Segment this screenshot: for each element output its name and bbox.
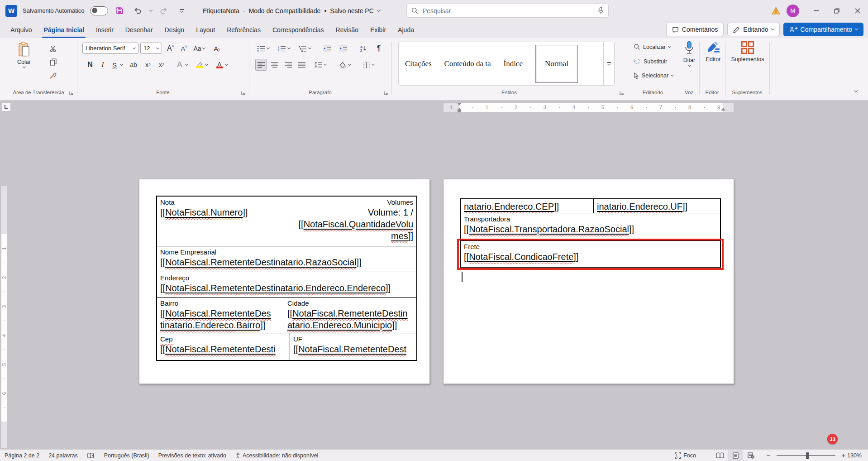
font-size-select[interactable]: 12 xyxy=(140,43,162,54)
cell-nota[interactable]: Nota [[NotaFiscal.Numero]] xyxy=(157,197,284,246)
italic-button[interactable]: I xyxy=(97,59,109,71)
cell-nome-empresarial[interactable]: Nome Empresarial [[NotaFiscal.RemetenteD… xyxy=(157,246,416,272)
search-input[interactable] xyxy=(423,7,593,14)
shrink-font-button[interactable]: A˅ xyxy=(178,43,190,54)
web-layout-button[interactable] xyxy=(743,450,758,461)
cell-cep-continuation[interactable]: natario.Endereco.CEP]] xyxy=(461,199,594,213)
shading-dropdown-icon[interactable] xyxy=(348,62,351,66)
left-indent-marker[interactable] xyxy=(458,110,461,112)
find-button[interactable]: Localizar xyxy=(634,43,671,50)
tab-stop-selector[interactable] xyxy=(2,102,11,111)
align-center-button[interactable] xyxy=(269,59,281,71)
style-indice[interactable]: Índice xyxy=(497,45,529,83)
read-mode-button[interactable] xyxy=(712,450,728,461)
quick-access-overflow-icon[interactable] xyxy=(176,5,188,17)
tab-design[interactable]: Design xyxy=(159,21,191,38)
style-normal[interactable]: Normal xyxy=(535,45,578,83)
grow-font-button[interactable]: A˄ xyxy=(165,43,176,54)
undo-dropdown-icon[interactable] xyxy=(149,8,153,11)
cell-uf-continuation[interactable]: inatario.Endereco.UF]] xyxy=(594,199,720,213)
cut-button[interactable] xyxy=(47,43,59,54)
focus-mode-button[interactable]: Foco xyxy=(670,450,701,461)
document-page-2[interactable]: natario.Endereco.CEP]] inatario.Endereco… xyxy=(443,179,734,384)
zoom-level[interactable]: 130% xyxy=(847,452,868,459)
style-conteudo-da-tabela[interactable]: Conteúdo da ta xyxy=(438,45,497,83)
paragraph-dialog-launcher-icon[interactable] xyxy=(383,91,389,96)
underline-button[interactable]: S xyxy=(109,59,120,71)
align-left-button[interactable] xyxy=(255,59,267,71)
editing-mode-button[interactable]: Editando xyxy=(727,23,779,36)
bold-button[interactable]: N xyxy=(84,59,96,71)
cell-cep[interactable]: Cep [[NotaFiscal.RemetenteDesti xyxy=(157,333,290,360)
paste-button[interactable]: Colar xyxy=(17,42,31,68)
tab-revisao[interactable]: Revisão xyxy=(330,21,365,38)
document-title-area[interactable]: EtiquetaNota - Modo de Compatibilidade •… xyxy=(203,0,380,21)
cell-bairro[interactable]: Bairro [[NotaFiscal.RemetenteDes tinatar… xyxy=(157,298,284,333)
styles-gallery-more-button[interactable] xyxy=(603,42,614,85)
tab-exibir[interactable]: Exibir xyxy=(364,21,392,38)
cell-cidade[interactable]: Cidade [[NotaFiscal.RemetenteDestin atar… xyxy=(284,298,416,333)
font-dialog-launcher-icon[interactable] xyxy=(241,91,246,96)
cell-volumes[interactable]: Volumes Volume: 1 / [[NotaFiscal.Quantid… xyxy=(284,197,416,246)
underline-dropdown-icon[interactable] xyxy=(120,62,123,66)
print-layout-button[interactable] xyxy=(728,450,743,461)
editor-button[interactable]: Editor xyxy=(701,41,725,62)
superscript-button[interactable]: x2 xyxy=(156,59,167,71)
horizontal-ruler[interactable]: 1 1 2 3 4 5 6 7 8 9 xyxy=(443,102,734,113)
font-color-button[interactable]: A xyxy=(214,59,225,71)
borders-dropdown-icon[interactable] xyxy=(372,62,375,66)
proofing-errors-icon[interactable] xyxy=(82,450,100,461)
highlight-color-button[interactable] xyxy=(194,59,205,71)
minimize-button[interactable] xyxy=(806,0,826,21)
cell-transportadora[interactable]: Transportadora [[NotaFiscal.Transportado… xyxy=(461,213,720,240)
cell-endereco[interactable]: Endereço [[NotaFiscal.RemetenteDestinata… xyxy=(157,272,416,297)
first-line-indent-marker[interactable] xyxy=(457,103,462,106)
font-color-dropdown-icon[interactable] xyxy=(225,62,228,66)
tab-inserir[interactable]: Inserir xyxy=(90,21,119,38)
zoom-out-button[interactable]: − xyxy=(765,451,772,459)
font-name-select[interactable]: Liberation Serif xyxy=(82,43,138,54)
cell-frete[interactable]: Frete [[NotaFiscal.CondicaoFrete]] xyxy=(461,241,720,267)
sort-button[interactable]: AZ xyxy=(358,43,369,54)
borders-button[interactable] xyxy=(360,59,372,71)
account-avatar[interactable]: M xyxy=(787,5,799,17)
decrease-indent-button[interactable] xyxy=(321,43,333,54)
text-predictions-indicator[interactable]: Previsões de texto: ativado xyxy=(154,450,231,461)
copy-button[interactable] xyxy=(47,56,59,68)
styles-dialog-launcher-icon[interactable] xyxy=(619,91,625,96)
page-indicator[interactable]: Página 2 de 2 xyxy=(0,450,44,461)
tab-desenhar[interactable]: Desenhar xyxy=(119,21,159,38)
zoom-slider[interactable] xyxy=(777,455,835,456)
text-effects-dropdown-icon[interactable] xyxy=(185,62,188,66)
tab-arquivo[interactable]: Arquivo xyxy=(5,21,38,38)
multilevel-dropdown-icon[interactable] xyxy=(308,46,311,49)
clipboard-dialog-launcher-icon[interactable] xyxy=(69,91,74,96)
title-dropdown-icon[interactable] xyxy=(377,8,381,12)
highlight-dropdown-icon[interactable] xyxy=(205,62,208,66)
tab-referencias[interactable]: Referências xyxy=(221,21,267,38)
paragraph-marks-button[interactable]: ¶ xyxy=(373,43,385,54)
search-box[interactable] xyxy=(406,4,609,18)
tab-correspondencias[interactable]: Correspondências xyxy=(267,21,330,38)
language-indicator[interactable]: Português (Brasil) xyxy=(100,450,154,461)
document-page-1[interactable]: Nota [[NotaFiscal.Numero]] Volumes Volum… xyxy=(139,179,430,384)
tab-layout[interactable]: Layout xyxy=(190,21,221,38)
tab-ajuda[interactable]: Ajuda xyxy=(392,21,420,38)
zoom-slider-thumb[interactable] xyxy=(806,452,809,459)
restore-button[interactable] xyxy=(826,0,847,21)
vertical-ruler[interactable]: 1 2 3 4 5 6 xyxy=(1,186,7,448)
justify-button[interactable] xyxy=(296,59,308,71)
word-logo-icon[interactable]: W xyxy=(5,5,17,17)
undo-button[interactable] xyxy=(132,5,144,17)
accessibility-indicator[interactable]: Acessibilidade: não disponível xyxy=(231,450,323,461)
text-effects-button[interactable]: A xyxy=(174,59,186,71)
dictate-button[interactable]: Ditar xyxy=(680,41,698,66)
autosave-toggle[interactable] xyxy=(90,6,108,15)
line-spacing-dropdown-icon[interactable] xyxy=(324,62,327,66)
cell-uf[interactable]: UF [[NotaFiscal.RemetenteDest xyxy=(290,333,416,360)
style-citacoes[interactable]: Citações xyxy=(399,45,438,83)
right-indent-marker[interactable] xyxy=(721,108,725,110)
change-case-button[interactable]: Aa xyxy=(191,43,207,54)
numbering-dropdown-icon[interactable] xyxy=(287,46,291,49)
save-icon[interactable] xyxy=(114,5,126,17)
